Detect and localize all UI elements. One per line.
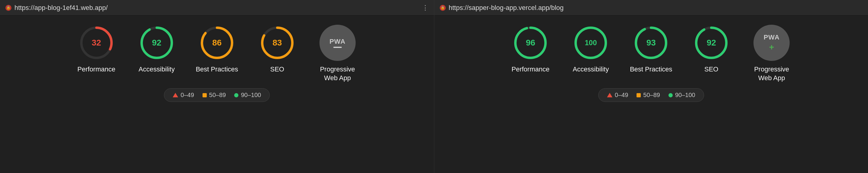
- metric-performance: 96 Performance: [506, 25, 555, 74]
- url-bar: 🔒 https://app-blog-1ef41.web.app/ ⋮: [0, 0, 434, 16]
- gauge-value-accessibility: 92: [152, 38, 161, 48]
- pwa-label: PWA: [330, 38, 345, 46]
- gauge-performance: 96: [513, 25, 549, 61]
- legend-item: 90–100: [669, 92, 695, 98]
- gauge-value-performance: 32: [92, 38, 101, 48]
- pwa-badge: PWA +: [753, 25, 789, 61]
- legend-circle-icon: [669, 93, 673, 97]
- legend-item: 0–49: [173, 92, 194, 98]
- gauge-value-accessibility: 100: [585, 38, 597, 47]
- legend-square-icon: [637, 93, 641, 97]
- metric-pwa: PWA + ProgressiveWeb App: [747, 25, 796, 82]
- menu-icon[interactable]: ⋮: [422, 4, 429, 12]
- url-bar: 🔒 https://sapper-blog-app.vercel.app/blo…: [434, 0, 868, 16]
- legend-item: 0–49: [607, 92, 628, 98]
- legend-range: 90–100: [675, 92, 695, 98]
- legend-square-icon: [203, 93, 207, 97]
- metric-label-seo: SEO: [704, 65, 718, 74]
- legend-range: 0–49: [615, 92, 628, 98]
- favicon-icon: 🔒: [440, 5, 446, 11]
- legend-circle-icon: [234, 93, 239, 97]
- legend-triangle-icon: [607, 93, 613, 97]
- legend-item: 50–89: [203, 92, 226, 98]
- metric-seo: 92 SEO: [687, 25, 735, 74]
- gauge-best-practices: 93: [633, 25, 669, 61]
- metric-label-performance: Performance: [78, 65, 116, 74]
- legend-range: 90–100: [241, 92, 261, 98]
- pwa-label: PWA: [764, 33, 780, 41]
- legend: 0–49 50–89 90–100: [164, 88, 270, 102]
- url-text[interactable]: https://app-blog-1ef41.web.app/: [14, 4, 419, 12]
- gauge-value-performance: 96: [526, 38, 535, 48]
- gauge-value-best-practices: 93: [647, 38, 656, 48]
- gauge-seo: 83: [259, 25, 296, 61]
- metric-label-pwa: ProgressiveWeb App: [320, 65, 355, 82]
- metric-accessibility: 92 Accessibility: [133, 25, 181, 74]
- metrics-area: 96 Performance 100 Accessibility 93: [434, 16, 868, 173]
- metric-label-seo: SEO: [270, 65, 284, 74]
- metrics-row: 96 Performance 100 Accessibility 93: [506, 25, 796, 82]
- metric-best-practices: 86 Best Practices: [193, 25, 241, 74]
- metrics-area: 32 Performance 92 Accessibility 86: [0, 16, 434, 173]
- metric-best-practices: 93 Best Practices: [627, 25, 675, 74]
- pwa-plus-icon: +: [769, 42, 774, 52]
- metric-pwa: PWA ProgressiveWeb App: [313, 25, 362, 82]
- metric-label-pwa: ProgressiveWeb App: [754, 65, 789, 82]
- gauge-best-practices: 86: [199, 25, 235, 61]
- gauge-value-seo: 83: [273, 38, 282, 48]
- metric-performance: 32 Performance: [72, 25, 121, 74]
- pwa-badge: PWA: [319, 25, 355, 61]
- legend-range: 50–89: [643, 92, 660, 98]
- legend-item: 90–100: [234, 92, 261, 98]
- metric-label-accessibility: Accessibility: [138, 65, 175, 74]
- favicon-icon: 🔒: [5, 5, 11, 11]
- legend-item: 50–89: [637, 92, 660, 98]
- gauge-performance: 32: [79, 25, 115, 61]
- metric-label-best-practices: Best Practices: [195, 65, 238, 74]
- metric-seo: 83 SEO: [253, 25, 301, 74]
- gauge-value-seo: 92: [707, 38, 716, 48]
- gauge-accessibility: 100: [572, 25, 609, 61]
- legend-triangle-icon: [173, 93, 178, 97]
- panel-panel-2: 🔒 https://sapper-blog-app.vercel.app/blo…: [434, 0, 868, 173]
- metric-label-best-practices: Best Practices: [630, 65, 673, 74]
- legend-range: 50–89: [209, 92, 226, 98]
- panel-panel-1: 🔒 https://app-blog-1ef41.web.app/ ⋮ 32 P…: [0, 0, 434, 173]
- legend: 0–49 50–89 90–100: [598, 88, 704, 102]
- metric-label-accessibility: Accessibility: [572, 65, 609, 74]
- gauge-accessibility: 92: [138, 25, 175, 61]
- gauge-value-best-practices: 86: [212, 38, 221, 48]
- legend-range: 0–49: [181, 92, 194, 98]
- metric-accessibility: 100 Accessibility: [567, 25, 615, 74]
- gauge-seo: 92: [693, 25, 730, 61]
- metric-label-performance: Performance: [512, 65, 550, 74]
- pwa-dash-icon: [333, 47, 342, 48]
- metrics-row: 32 Performance 92 Accessibility 86: [72, 25, 362, 82]
- url-text[interactable]: https://sapper-blog-app.vercel.app/blog: [449, 4, 863, 12]
